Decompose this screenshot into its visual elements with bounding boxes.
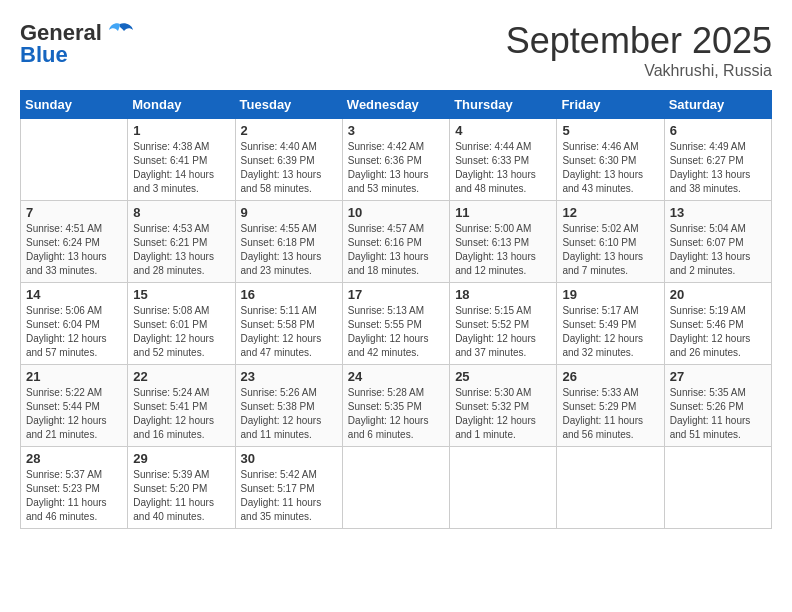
day-cell: 6Sunrise: 4:49 AMSunset: 6:27 PMDaylight… bbox=[664, 119, 771, 201]
day-cell: 29Sunrise: 5:39 AMSunset: 5:20 PMDayligh… bbox=[128, 447, 235, 529]
weekday-header-thursday: Thursday bbox=[450, 91, 557, 119]
calendar-table: SundayMondayTuesdayWednesdayThursdayFrid… bbox=[20, 90, 772, 529]
day-cell: 27Sunrise: 5:35 AMSunset: 5:26 PMDayligh… bbox=[664, 365, 771, 447]
weekday-header-tuesday: Tuesday bbox=[235, 91, 342, 119]
day-cell: 19Sunrise: 5:17 AMSunset: 5:49 PMDayligh… bbox=[557, 283, 664, 365]
day-info: Sunrise: 4:57 AMSunset: 6:16 PMDaylight:… bbox=[348, 222, 444, 278]
day-cell: 26Sunrise: 5:33 AMSunset: 5:29 PMDayligh… bbox=[557, 365, 664, 447]
day-cell: 18Sunrise: 5:15 AMSunset: 5:52 PMDayligh… bbox=[450, 283, 557, 365]
day-number: 11 bbox=[455, 205, 551, 220]
day-cell: 13Sunrise: 5:04 AMSunset: 6:07 PMDayligh… bbox=[664, 201, 771, 283]
day-cell: 2Sunrise: 4:40 AMSunset: 6:39 PMDaylight… bbox=[235, 119, 342, 201]
day-info: Sunrise: 5:22 AMSunset: 5:44 PMDaylight:… bbox=[26, 386, 122, 442]
day-info: Sunrise: 5:35 AMSunset: 5:26 PMDaylight:… bbox=[670, 386, 766, 442]
day-number: 25 bbox=[455, 369, 551, 384]
day-cell: 10Sunrise: 4:57 AMSunset: 6:16 PMDayligh… bbox=[342, 201, 449, 283]
month-title: September 2025 bbox=[506, 20, 772, 62]
day-number: 18 bbox=[455, 287, 551, 302]
weekday-header-wednesday: Wednesday bbox=[342, 91, 449, 119]
day-number: 7 bbox=[26, 205, 122, 220]
day-number: 26 bbox=[562, 369, 658, 384]
week-row-2: 7Sunrise: 4:51 AMSunset: 6:24 PMDaylight… bbox=[21, 201, 772, 283]
day-cell: 21Sunrise: 5:22 AMSunset: 5:44 PMDayligh… bbox=[21, 365, 128, 447]
day-number: 24 bbox=[348, 369, 444, 384]
day-cell bbox=[21, 119, 128, 201]
day-info: Sunrise: 4:53 AMSunset: 6:21 PMDaylight:… bbox=[133, 222, 229, 278]
logo-text-blue: Blue bbox=[20, 42, 68, 68]
day-number: 2 bbox=[241, 123, 337, 138]
week-row-3: 14Sunrise: 5:06 AMSunset: 6:04 PMDayligh… bbox=[21, 283, 772, 365]
day-cell: 25Sunrise: 5:30 AMSunset: 5:32 PMDayligh… bbox=[450, 365, 557, 447]
day-number: 1 bbox=[133, 123, 229, 138]
week-row-1: 1Sunrise: 4:38 AMSunset: 6:41 PMDaylight… bbox=[21, 119, 772, 201]
day-info: Sunrise: 5:11 AMSunset: 5:58 PMDaylight:… bbox=[241, 304, 337, 360]
week-row-5: 28Sunrise: 5:37 AMSunset: 5:23 PMDayligh… bbox=[21, 447, 772, 529]
weekday-header-monday: Monday bbox=[128, 91, 235, 119]
day-info: Sunrise: 5:33 AMSunset: 5:29 PMDaylight:… bbox=[562, 386, 658, 442]
day-info: Sunrise: 4:42 AMSunset: 6:36 PMDaylight:… bbox=[348, 140, 444, 196]
day-info: Sunrise: 5:24 AMSunset: 5:41 PMDaylight:… bbox=[133, 386, 229, 442]
day-info: Sunrise: 5:19 AMSunset: 5:46 PMDaylight:… bbox=[670, 304, 766, 360]
day-number: 13 bbox=[670, 205, 766, 220]
day-info: Sunrise: 4:51 AMSunset: 6:24 PMDaylight:… bbox=[26, 222, 122, 278]
day-number: 29 bbox=[133, 451, 229, 466]
day-info: Sunrise: 5:17 AMSunset: 5:49 PMDaylight:… bbox=[562, 304, 658, 360]
day-number: 17 bbox=[348, 287, 444, 302]
day-cell bbox=[450, 447, 557, 529]
week-row-4: 21Sunrise: 5:22 AMSunset: 5:44 PMDayligh… bbox=[21, 365, 772, 447]
day-number: 22 bbox=[133, 369, 229, 384]
day-info: Sunrise: 4:49 AMSunset: 6:27 PMDaylight:… bbox=[670, 140, 766, 196]
day-number: 10 bbox=[348, 205, 444, 220]
day-number: 16 bbox=[241, 287, 337, 302]
day-cell: 15Sunrise: 5:08 AMSunset: 6:01 PMDayligh… bbox=[128, 283, 235, 365]
day-cell: 4Sunrise: 4:44 AMSunset: 6:33 PMDaylight… bbox=[450, 119, 557, 201]
day-cell: 16Sunrise: 5:11 AMSunset: 5:58 PMDayligh… bbox=[235, 283, 342, 365]
day-cell: 12Sunrise: 5:02 AMSunset: 6:10 PMDayligh… bbox=[557, 201, 664, 283]
day-number: 9 bbox=[241, 205, 337, 220]
day-cell: 9Sunrise: 4:55 AMSunset: 6:18 PMDaylight… bbox=[235, 201, 342, 283]
logo: General Blue bbox=[20, 20, 134, 68]
day-number: 12 bbox=[562, 205, 658, 220]
day-info: Sunrise: 5:00 AMSunset: 6:13 PMDaylight:… bbox=[455, 222, 551, 278]
day-info: Sunrise: 4:38 AMSunset: 6:41 PMDaylight:… bbox=[133, 140, 229, 196]
day-number: 4 bbox=[455, 123, 551, 138]
day-cell: 5Sunrise: 4:46 AMSunset: 6:30 PMDaylight… bbox=[557, 119, 664, 201]
day-info: Sunrise: 4:44 AMSunset: 6:33 PMDaylight:… bbox=[455, 140, 551, 196]
weekday-header-friday: Friday bbox=[557, 91, 664, 119]
day-cell: 8Sunrise: 4:53 AMSunset: 6:21 PMDaylight… bbox=[128, 201, 235, 283]
day-number: 28 bbox=[26, 451, 122, 466]
title-block: September 2025 Vakhrushi, Russia bbox=[506, 20, 772, 80]
day-info: Sunrise: 5:37 AMSunset: 5:23 PMDaylight:… bbox=[26, 468, 122, 524]
day-cell: 24Sunrise: 5:28 AMSunset: 5:35 PMDayligh… bbox=[342, 365, 449, 447]
day-cell bbox=[557, 447, 664, 529]
day-cell: 22Sunrise: 5:24 AMSunset: 5:41 PMDayligh… bbox=[128, 365, 235, 447]
day-info: Sunrise: 5:28 AMSunset: 5:35 PMDaylight:… bbox=[348, 386, 444, 442]
logo-bird-icon bbox=[106, 22, 134, 44]
day-info: Sunrise: 5:30 AMSunset: 5:32 PMDaylight:… bbox=[455, 386, 551, 442]
page-header: General Blue September 2025 Vakhrushi, R… bbox=[20, 20, 772, 80]
day-number: 6 bbox=[670, 123, 766, 138]
day-number: 20 bbox=[670, 287, 766, 302]
day-number: 3 bbox=[348, 123, 444, 138]
day-cell: 17Sunrise: 5:13 AMSunset: 5:55 PMDayligh… bbox=[342, 283, 449, 365]
day-info: Sunrise: 5:15 AMSunset: 5:52 PMDaylight:… bbox=[455, 304, 551, 360]
day-cell: 28Sunrise: 5:37 AMSunset: 5:23 PMDayligh… bbox=[21, 447, 128, 529]
day-info: Sunrise: 5:04 AMSunset: 6:07 PMDaylight:… bbox=[670, 222, 766, 278]
day-number: 19 bbox=[562, 287, 658, 302]
day-info: Sunrise: 5:06 AMSunset: 6:04 PMDaylight:… bbox=[26, 304, 122, 360]
day-info: Sunrise: 4:46 AMSunset: 6:30 PMDaylight:… bbox=[562, 140, 658, 196]
day-cell: 20Sunrise: 5:19 AMSunset: 5:46 PMDayligh… bbox=[664, 283, 771, 365]
day-cell: 14Sunrise: 5:06 AMSunset: 6:04 PMDayligh… bbox=[21, 283, 128, 365]
day-number: 23 bbox=[241, 369, 337, 384]
day-info: Sunrise: 5:42 AMSunset: 5:17 PMDaylight:… bbox=[241, 468, 337, 524]
weekday-header-saturday: Saturday bbox=[664, 91, 771, 119]
day-cell: 3Sunrise: 4:42 AMSunset: 6:36 PMDaylight… bbox=[342, 119, 449, 201]
day-number: 5 bbox=[562, 123, 658, 138]
day-number: 21 bbox=[26, 369, 122, 384]
day-number: 8 bbox=[133, 205, 229, 220]
weekday-header-row: SundayMondayTuesdayWednesdayThursdayFrid… bbox=[21, 91, 772, 119]
day-cell bbox=[664, 447, 771, 529]
day-cell bbox=[342, 447, 449, 529]
day-info: Sunrise: 5:26 AMSunset: 5:38 PMDaylight:… bbox=[241, 386, 337, 442]
day-cell: 30Sunrise: 5:42 AMSunset: 5:17 PMDayligh… bbox=[235, 447, 342, 529]
